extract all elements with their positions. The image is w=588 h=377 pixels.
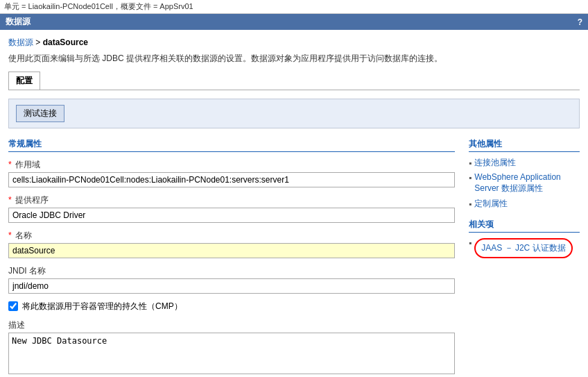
link-websphere-app: ▪ WebSphere Application Server 数据源属性: [469, 172, 580, 194]
link-connection-pool: ▪ 连接池属性: [469, 158, 580, 169]
breadcrumb-separator: >: [33, 37, 43, 47]
connection-pool-link[interactable]: 连接池属性: [474, 158, 516, 169]
description-input[interactable]: New JDBC Datasource: [8, 333, 455, 374]
websphere-app-link[interactable]: WebSphere Application Server 数据源属性: [474, 172, 580, 194]
tab-config[interactable]: 配置: [8, 72, 40, 90]
provider-input[interactable]: [8, 208, 455, 223]
cmp-checkbox[interactable]: [8, 301, 18, 311]
name-input[interactable]: [8, 243, 455, 258]
section-header-title: 数据源: [6, 16, 31, 28]
jndi-field-row: JNDI 名称: [8, 265, 455, 294]
breadcrumb-current: dataSource: [43, 37, 88, 47]
right-column: 其他属性 ▪ 连接池属性 ▪ WebSphere Application Ser…: [469, 138, 580, 377]
scope-label: * 作用域: [8, 159, 455, 171]
page-breadcrumb: 数据源 > dataSource: [8, 37, 580, 49]
provider-field-row: * 提供程序: [8, 194, 455, 223]
related-title: 相关项: [469, 219, 580, 233]
breadcrumb-text: 单元 = Liaokailin-PCNode01Cell，概要文件 = AppS…: [4, 2, 193, 10]
bullet-2: ▪: [469, 173, 472, 183]
name-required-star: *: [8, 231, 12, 240]
jndi-input[interactable]: [8, 278, 455, 294]
page-description: 使用此页面来编辑与所选 JDBC 提供程序相关联的数据源的设置。数据源对象为应用…: [8, 53, 580, 65]
jaas-link[interactable]: JAAS － J2C 认证数据: [481, 243, 565, 253]
related-section: 相关项 ▪ JAAS － J2C 认证数据: [469, 219, 580, 258]
provider-required-star: *: [8, 195, 12, 205]
left-section-title: 常规属性: [8, 138, 455, 152]
name-field-row: * 名称: [8, 230, 455, 258]
test-connection-button[interactable]: 测试连接: [16, 105, 64, 122]
provider-label: * 提供程序: [8, 194, 455, 206]
cmp-checkbox-row: 将此数据源用于容器管理的持久性（CMP）: [8, 301, 455, 312]
tab-bar: 配置: [8, 72, 580, 90]
jndi-label: JNDI 名称: [8, 265, 455, 277]
scope-required-star: *: [8, 160, 12, 169]
help-icon[interactable]: ?: [578, 17, 582, 27]
bullet-jaas: ▪: [469, 238, 472, 248]
custom-properties-link[interactable]: 定制属性: [474, 199, 508, 210]
main-content: 数据源 > dataSource 使用此页面来编辑与所选 JDBC 提供程序相关…: [0, 30, 588, 377]
link-custom-properties: ▪ 定制属性: [469, 199, 580, 210]
name-label: * 名称: [8, 230, 455, 242]
test-connection-area: 测试连接: [8, 99, 580, 128]
scope-field-row: * 作用域: [8, 159, 455, 187]
other-properties-title: 其他属性: [469, 138, 580, 152]
scope-input[interactable]: [8, 172, 455, 187]
description-field-row: 描述 New JDBC Datasource: [8, 319, 455, 376]
jaas-link-container: JAAS － J2C 认证数据: [474, 238, 572, 258]
bullet-3: ▪: [469, 199, 472, 209]
description-label: 描述: [8, 319, 455, 331]
left-column: 常规属性 * 作用域 * 提供程序 *: [8, 138, 469, 377]
bullet-1: ▪: [469, 158, 472, 168]
cmp-label: 将此数据源用于容器管理的持久性（CMP）: [22, 301, 182, 312]
jaas-link-row: ▪ JAAS － J2C 认证数据: [469, 238, 580, 258]
section-header: 数据源 ?: [0, 14, 588, 30]
breadcrumb-bar: 单元 = Liaokailin-PCNode01Cell，概要文件 = AppS…: [0, 0, 588, 14]
content-columns: 常规属性 * 作用域 * 提供程序 *: [8, 138, 580, 377]
breadcrumb-link[interactable]: 数据源: [8, 37, 33, 47]
